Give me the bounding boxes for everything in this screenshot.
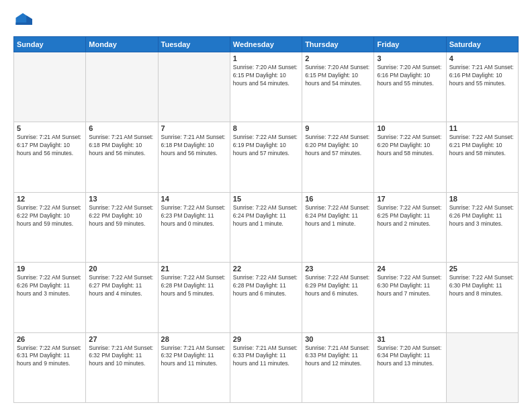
day-info: Sunrise: 7:22 AM Sunset: 6:26 PM Dayligh… bbox=[449, 204, 515, 228]
logo bbox=[13, 11, 35, 30]
day-number: 24 bbox=[377, 265, 443, 273]
day-number: 22 bbox=[233, 265, 299, 273]
calendar-cell: 19Sunrise: 7:22 AM Sunset: 6:26 PM Dayli… bbox=[14, 263, 86, 332]
day-info: Sunrise: 7:22 AM Sunset: 6:31 PM Dayligh… bbox=[17, 345, 83, 369]
col-saturday: Saturday bbox=[446, 37, 518, 52]
calendar-cell: 18Sunrise: 7:22 AM Sunset: 6:26 PM Dayli… bbox=[446, 192, 518, 262]
day-info: Sunrise: 7:22 AM Sunset: 6:30 PM Dayligh… bbox=[377, 274, 443, 298]
col-thursday: Thursday bbox=[302, 37, 374, 52]
day-info: Sunrise: 7:22 AM Sunset: 6:25 PM Dayligh… bbox=[377, 204, 443, 228]
day-number: 19 bbox=[17, 265, 83, 273]
calendar-cell: 13Sunrise: 7:22 AM Sunset: 6:22 PM Dayli… bbox=[86, 192, 158, 262]
day-number: 21 bbox=[161, 265, 227, 273]
day-number: 20 bbox=[89, 265, 154, 273]
day-number: 14 bbox=[161, 195, 227, 203]
calendar-cell: 6Sunrise: 7:21 AM Sunset: 6:18 PM Daylig… bbox=[86, 122, 158, 192]
col-wednesday: Wednesday bbox=[230, 37, 302, 52]
calendar-cell: 25Sunrise: 7:22 AM Sunset: 6:30 PM Dayli… bbox=[446, 263, 518, 332]
day-info: Sunrise: 7:22 AM Sunset: 6:28 PM Dayligh… bbox=[233, 274, 299, 298]
calendar-cell: 2Sunrise: 7:20 AM Sunset: 6:15 PM Daylig… bbox=[302, 52, 374, 122]
day-info: Sunrise: 7:21 AM Sunset: 6:33 PM Dayligh… bbox=[233, 345, 299, 369]
calendar-week-row: 12Sunrise: 7:22 AM Sunset: 6:22 PM Dayli… bbox=[14, 192, 519, 262]
day-number: 16 bbox=[305, 195, 371, 203]
calendar-cell: 10Sunrise: 7:22 AM Sunset: 6:20 PM Dayli… bbox=[374, 122, 446, 192]
day-number: 11 bbox=[449, 124, 515, 132]
calendar-cell: 5Sunrise: 7:21 AM Sunset: 6:17 PM Daylig… bbox=[14, 122, 86, 192]
day-info: Sunrise: 7:21 AM Sunset: 6:18 PM Dayligh… bbox=[161, 134, 227, 158]
day-info: Sunrise: 7:21 AM Sunset: 6:17 PM Dayligh… bbox=[17, 134, 83, 158]
calendar-cell: 27Sunrise: 7:21 AM Sunset: 6:32 PM Dayli… bbox=[86, 332, 158, 402]
calendar-cell: 21Sunrise: 7:22 AM Sunset: 6:28 PM Dayli… bbox=[158, 263, 230, 332]
day-number: 28 bbox=[161, 335, 227, 343]
day-number: 25 bbox=[449, 265, 515, 273]
calendar-cell bbox=[86, 52, 158, 122]
calendar-cell bbox=[14, 52, 86, 122]
day-number: 29 bbox=[233, 335, 299, 343]
day-number: 26 bbox=[17, 335, 83, 343]
calendar-cell: 30Sunrise: 7:21 AM Sunset: 6:33 PM Dayli… bbox=[302, 332, 374, 402]
calendar-cell: 31Sunrise: 7:20 AM Sunset: 6:34 PM Dayli… bbox=[374, 332, 446, 402]
day-number: 18 bbox=[449, 195, 515, 203]
day-number: 30 bbox=[305, 335, 371, 343]
calendar-cell: 9Sunrise: 7:22 AM Sunset: 6:20 PM Daylig… bbox=[302, 122, 374, 192]
day-number: 12 bbox=[17, 195, 83, 203]
calendar-cell: 12Sunrise: 7:22 AM Sunset: 6:22 PM Dayli… bbox=[14, 192, 86, 262]
day-number: 13 bbox=[89, 195, 154, 203]
day-info: Sunrise: 7:21 AM Sunset: 6:32 PM Dayligh… bbox=[161, 345, 227, 369]
day-number: 9 bbox=[305, 124, 371, 132]
calendar-header-row: Sunday Monday Tuesday Wednesday Thursday… bbox=[14, 37, 519, 52]
day-number: 7 bbox=[161, 124, 227, 132]
day-number: 3 bbox=[377, 54, 443, 62]
day-number: 4 bbox=[449, 54, 515, 62]
day-number: 10 bbox=[377, 124, 443, 132]
day-info: Sunrise: 7:22 AM Sunset: 6:22 PM Dayligh… bbox=[17, 204, 83, 228]
day-info: Sunrise: 7:22 AM Sunset: 6:24 PM Dayligh… bbox=[233, 204, 299, 228]
day-info: Sunrise: 7:20 AM Sunset: 6:34 PM Dayligh… bbox=[377, 345, 443, 369]
day-info: Sunrise: 7:22 AM Sunset: 6:20 PM Dayligh… bbox=[305, 134, 371, 158]
day-info: Sunrise: 7:22 AM Sunset: 6:20 PM Dayligh… bbox=[377, 134, 443, 158]
day-info: Sunrise: 7:22 AM Sunset: 6:28 PM Dayligh… bbox=[161, 274, 227, 298]
calendar-cell: 24Sunrise: 7:22 AM Sunset: 6:30 PM Dayli… bbox=[374, 263, 446, 332]
day-info: Sunrise: 7:22 AM Sunset: 6:21 PM Dayligh… bbox=[449, 134, 515, 158]
calendar-cell: 3Sunrise: 7:20 AM Sunset: 6:16 PM Daylig… bbox=[374, 52, 446, 122]
day-info: Sunrise: 7:20 AM Sunset: 6:15 PM Dayligh… bbox=[233, 64, 299, 88]
calendar-cell: 4Sunrise: 7:21 AM Sunset: 6:16 PM Daylig… bbox=[446, 52, 518, 122]
day-info: Sunrise: 7:22 AM Sunset: 6:22 PM Dayligh… bbox=[89, 204, 154, 228]
calendar-cell: 16Sunrise: 7:22 AM Sunset: 6:24 PM Dayli… bbox=[302, 192, 374, 262]
day-number: 2 bbox=[305, 54, 371, 62]
day-info: Sunrise: 7:21 AM Sunset: 6:18 PM Dayligh… bbox=[89, 134, 154, 158]
day-number: 15 bbox=[233, 195, 299, 203]
calendar-cell: 22Sunrise: 7:22 AM Sunset: 6:28 PM Dayli… bbox=[230, 263, 302, 332]
day-number: 27 bbox=[89, 335, 154, 343]
calendar-cell bbox=[446, 332, 518, 402]
calendar-week-row: 19Sunrise: 7:22 AM Sunset: 6:26 PM Dayli… bbox=[14, 263, 519, 332]
day-number: 31 bbox=[377, 335, 443, 343]
day-number: 1 bbox=[233, 54, 299, 62]
day-number: 23 bbox=[305, 265, 371, 273]
day-info: Sunrise: 7:22 AM Sunset: 6:29 PM Dayligh… bbox=[305, 274, 371, 298]
calendar-cell: 20Sunrise: 7:22 AM Sunset: 6:27 PM Dayli… bbox=[86, 263, 158, 332]
col-sunday: Sunday bbox=[14, 37, 86, 52]
calendar-cell: 26Sunrise: 7:22 AM Sunset: 6:31 PM Dayli… bbox=[14, 332, 86, 402]
calendar-cell: 11Sunrise: 7:22 AM Sunset: 6:21 PM Dayli… bbox=[446, 122, 518, 192]
calendar-cell: 23Sunrise: 7:22 AM Sunset: 6:29 PM Dayli… bbox=[302, 263, 374, 332]
calendar-week-row: 5Sunrise: 7:21 AM Sunset: 6:17 PM Daylig… bbox=[14, 122, 519, 192]
calendar-cell: 1Sunrise: 7:20 AM Sunset: 6:15 PM Daylig… bbox=[230, 52, 302, 122]
day-number: 8 bbox=[233, 124, 299, 132]
col-friday: Friday bbox=[374, 37, 446, 52]
svg-rect-2 bbox=[16, 23, 30, 26]
day-info: Sunrise: 7:21 AM Sunset: 6:32 PM Dayligh… bbox=[89, 345, 154, 369]
calendar-cell: 14Sunrise: 7:22 AM Sunset: 6:23 PM Dayli… bbox=[158, 192, 230, 262]
day-info: Sunrise: 7:21 AM Sunset: 6:33 PM Dayligh… bbox=[305, 345, 371, 369]
day-info: Sunrise: 7:22 AM Sunset: 6:19 PM Dayligh… bbox=[233, 134, 299, 158]
day-info: Sunrise: 7:22 AM Sunset: 6:23 PM Dayligh… bbox=[161, 204, 227, 228]
day-info: Sunrise: 7:20 AM Sunset: 6:16 PM Dayligh… bbox=[377, 64, 443, 88]
day-info: Sunrise: 7:22 AM Sunset: 6:24 PM Dayligh… bbox=[305, 204, 371, 228]
day-number: 5 bbox=[17, 124, 83, 132]
calendar-cell: 8Sunrise: 7:22 AM Sunset: 6:19 PM Daylig… bbox=[230, 122, 302, 192]
day-number: 17 bbox=[377, 195, 443, 203]
day-info: Sunrise: 7:20 AM Sunset: 6:15 PM Dayligh… bbox=[305, 64, 371, 88]
calendar-cell: 29Sunrise: 7:21 AM Sunset: 6:33 PM Dayli… bbox=[230, 332, 302, 402]
day-info: Sunrise: 7:22 AM Sunset: 6:27 PM Dayligh… bbox=[89, 274, 154, 298]
day-number: 6 bbox=[89, 124, 154, 132]
